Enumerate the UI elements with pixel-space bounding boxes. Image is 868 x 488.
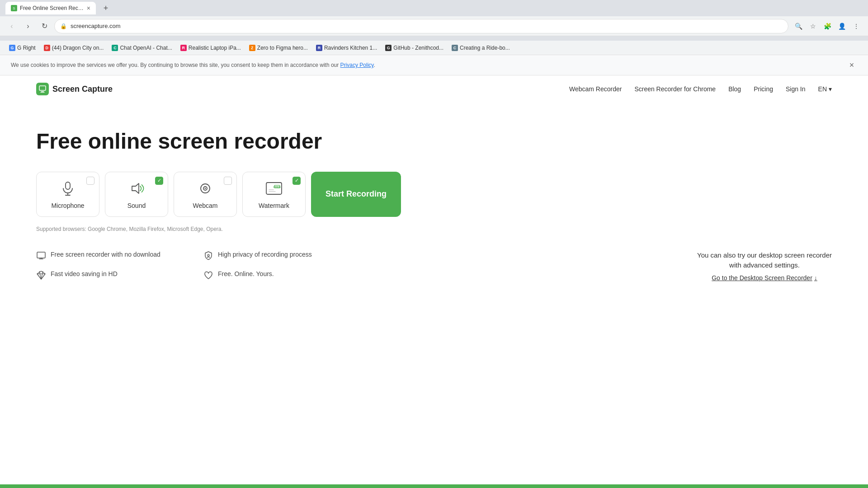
feature-hd-text: Fast video saving in HD <box>51 270 118 279</box>
watermark-label: Watermark <box>259 202 289 209</box>
bookmark-icon[interactable]: ☆ <box>807 20 819 33</box>
watermark-checkbox[interactable]: ✓ <box>292 177 301 185</box>
bookmark-dragon-city[interactable]: D (44) Dragon City on... <box>40 43 108 52</box>
microphone-label: Microphone <box>51 202 84 209</box>
website-content: We use cookies to improve the services w… <box>0 55 868 417</box>
browser-chrome: S Free Online Screen Recorder | C... × +… <box>0 0 868 41</box>
browser-nav-bar: ‹ › ↻ 🔒 screencapture.com 🔍 ☆ 🧩 👤 ⋮ <box>0 16 868 36</box>
forward-button[interactable]: › <box>22 20 34 33</box>
sound-checkbox[interactable]: ✓ <box>155 177 163 185</box>
monitor-icon <box>36 251 46 261</box>
webcam-option-card[interactable]: Webcam <box>174 172 237 217</box>
logo-icon <box>36 83 49 95</box>
feature-hd-saving: Fast video saving in HD <box>36 270 176 280</box>
svg-rect-14 <box>37 252 45 258</box>
bookmark-label: Realistic Laptop iPa... <box>189 45 241 51</box>
bookmark-label: Ravinders Kitchen 1... <box>324 45 377 51</box>
sound-icon <box>127 179 146 197</box>
nav-actions: 🔍 ☆ 🧩 👤 ⋮ <box>792 20 863 33</box>
bookmark-zero-figma[interactable]: Z Zero to Figma hero... <box>245 43 311 52</box>
microphone-checkbox[interactable] <box>86 177 94 185</box>
bookmark-github[interactable]: G GitHub - Zenithcod... <box>382 43 447 52</box>
nav-link-pricing[interactable]: Pricing <box>754 85 773 93</box>
features-list: Free screen recorder with no download Hi… <box>36 250 344 280</box>
bookmark-ravinders[interactable]: R Ravinders Kitchen 1... <box>312 43 381 52</box>
site-logo[interactable]: Screen Capture <box>36 83 113 95</box>
nav-link-blog[interactable]: Blog <box>728 85 741 93</box>
nav-link-webcam-recorder[interactable]: Webcam Recorder <box>569 85 622 93</box>
bookmarks-bar: G G Right D (44) Dragon City on... C Cha… <box>0 41 868 55</box>
lock-icon: 🔒 <box>60 23 67 29</box>
shield-icon <box>203 251 213 261</box>
desktop-cta: You can also try our desktop screen reco… <box>697 250 832 282</box>
hero-title: Free online screen recorder <box>36 130 322 154</box>
webcam-checkbox[interactable] <box>224 177 232 185</box>
nav-links: Webcam Recorder Screen Recorder for Chro… <box>569 85 832 93</box>
bookmark-label: Zero to Figma hero... <box>257 45 308 51</box>
browser-title-bar: S Free Online Screen Recorder | C... × + <box>0 0 868 16</box>
microphone-icon <box>59 179 77 197</box>
site-navigation: Screen Capture Webcam Recorder Screen Re… <box>0 75 868 103</box>
svg-rect-0 <box>39 86 46 90</box>
url-text: screencapture.com <box>71 23 783 29</box>
chevron-down-icon: ▾ <box>829 85 832 93</box>
svg-rect-9 <box>266 183 282 194</box>
bookmark-favicon: Z <box>249 45 255 51</box>
feature-high-privacy: High privacy of recording process <box>203 250 344 261</box>
feature-no-download: Free screen recorder with no download <box>36 250 176 261</box>
search-icon[interactable]: 🔍 <box>792 20 805 33</box>
tab-close-btn[interactable]: × <box>87 5 90 12</box>
desktop-cta-text: You can also try our desktop screen reco… <box>697 250 832 271</box>
recording-options: Microphone ✓ Sound <box>36 172 401 217</box>
tab-title: Free Online Screen Recorder | C... <box>20 5 84 11</box>
bookmark-favicon: R <box>180 45 187 51</box>
bookmark-favicon: D <box>44 45 50 51</box>
feature-free-online: Free. Online. Yours. <box>203 270 344 280</box>
nav-language-selector[interactable]: EN ▾ <box>818 85 832 93</box>
bookmark-chat-openai[interactable]: C Chat OpenAI - Chat... <box>108 43 175 52</box>
bookmark-label: GitHub - Zenithcod... <box>393 45 443 51</box>
start-recording-button[interactable]: Start Recording <box>311 172 401 217</box>
nav-link-screen-recorder-chrome[interactable]: Screen Recorder for Chrome <box>634 85 716 93</box>
bookmark-g-right[interactable]: G G Right <box>5 43 39 52</box>
address-bar[interactable]: 🔒 screencapture.com <box>54 19 788 33</box>
nav-sign-in[interactable]: Sign In <box>786 85 806 93</box>
hero-section: Free online screen recorder Microphone <box>0 103 868 312</box>
tab-favicon: S <box>11 5 17 11</box>
svg-marker-5 <box>132 183 139 193</box>
cookie-close-button[interactable]: × <box>846 60 857 70</box>
bookmark-favicon: G <box>9 45 15 51</box>
new-tab-button[interactable]: + <box>99 2 112 14</box>
bookmark-favicon: G <box>385 45 392 51</box>
svg-rect-2 <box>66 182 70 189</box>
extensions-icon[interactable]: 🧩 <box>821 20 834 33</box>
hero-bottom: Free screen recorder with no download Hi… <box>36 250 832 294</box>
cookie-text: We use cookies to improve the services w… <box>11 62 375 68</box>
back-button[interactable]: ‹ <box>5 20 18 33</box>
browser-tab-active[interactable]: S Free Online Screen Recorder | C... × <box>5 2 96 14</box>
menu-icon[interactable]: ⋮ <box>850 20 863 33</box>
logo-text: Screen Capture <box>52 84 113 94</box>
microphone-option-card[interactable]: Microphone <box>36 172 99 217</box>
diamond-icon <box>36 270 46 280</box>
bookmark-favicon: C <box>112 45 118 51</box>
bookmark-label: Creating a Ride-bo... <box>460 45 510 51</box>
bookmark-label: (44) Dragon City on... <box>52 45 104 51</box>
feature-no-download-text: Free screen recorder with no download <box>51 250 160 259</box>
svg-text:FREE: FREE <box>274 186 281 188</box>
svg-point-15 <box>208 254 209 256</box>
privacy-policy-link[interactable]: Privacy Policy <box>340 62 374 68</box>
webcam-label: Webcam <box>193 202 218 209</box>
sound-label: Sound <box>127 202 146 209</box>
watermark-option-card[interactable]: ✓ FREE Watermark <box>242 172 306 217</box>
svg-point-8 <box>205 188 206 189</box>
profile-icon[interactable]: 👤 <box>835 20 848 33</box>
bookmark-realistic-laptop[interactable]: R Realistic Laptop iPa... <box>177 43 245 52</box>
desktop-cta-link[interactable]: Go to the Desktop Screen Recorder ↓ <box>697 274 832 282</box>
feature-free-online-text: Free. Online. Yours. <box>218 270 274 279</box>
bookmark-creating-ride[interactable]: C Creating a Ride-bo... <box>448 43 514 52</box>
supported-browsers-text: Supported browsers: Google Chrome, Mozil… <box>36 226 223 232</box>
reload-button[interactable]: ↻ <box>38 20 51 33</box>
sound-option-card[interactable]: ✓ Sound <box>105 172 168 217</box>
bookmark-label: G Right <box>17 45 36 51</box>
